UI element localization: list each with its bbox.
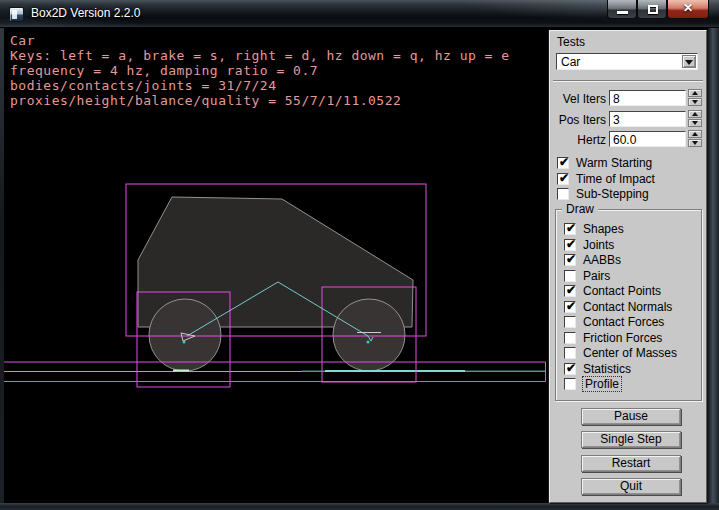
single-step-button[interactable]: Single Step	[581, 431, 681, 448]
pos-iters-spinner-up-button[interactable]	[688, 110, 702, 118]
shapes-checkbox[interactable]: ✔	[564, 223, 576, 235]
friction-forces-checkbox-label[interactable]: Friction Forces	[583, 331, 662, 345]
app-icon	[9, 7, 24, 22]
hertz-label: Hertz	[550, 133, 606, 147]
arrow-down-icon	[692, 141, 698, 145]
vel-iters-spinner-down-button[interactable]	[688, 98, 702, 106]
joint-point-dot	[367, 341, 370, 344]
check-icon: ✔	[566, 252, 576, 266]
pos-iters-spinner-down-button[interactable]	[688, 119, 702, 127]
arrow-up-icon	[692, 112, 698, 116]
arrow-down-icon	[692, 100, 698, 104]
contact-forces-checkbox[interactable]	[564, 316, 576, 328]
tests-dropdown-arrow-button[interactable]	[682, 55, 696, 68]
profile-checkbox[interactable]	[564, 378, 576, 390]
sub-stepping-checkbox-label[interactable]: Sub-Stepping	[576, 187, 649, 201]
window-title: Box2D Version 2.2.0	[31, 0, 140, 28]
tests-dropdown[interactable]: Car	[556, 53, 698, 70]
control-panel: Tests Car Vel Iters8Pos Iters3Hertz60.0 …	[549, 30, 707, 503]
check-icon: ✔	[566, 237, 576, 251]
gl-canvas[interactable]: CarKeys: left = a, brake = s, right = d,…	[4, 28, 546, 503]
aabbs-checkbox[interactable]: ✔	[564, 254, 576, 266]
contact-points-checkbox[interactable]: ✔	[564, 285, 576, 297]
rear-wheel-shape	[333, 299, 405, 371]
maximize-button[interactable]	[637, 0, 667, 19]
hertz-spinner-down-button[interactable]	[688, 139, 702, 147]
stats-line: bodies/contacts/joints = 31/7/24	[10, 78, 510, 93]
check-icon: ✔	[559, 155, 569, 169]
contact-forces-checkbox-label[interactable]: Contact Forces	[583, 315, 664, 329]
window-border-bottom	[0, 503, 719, 510]
time-of-impact-checkbox[interactable]: ✔	[557, 173, 569, 185]
test-name-text: Car	[10, 33, 510, 48]
vel-iters-spinner	[688, 89, 702, 106]
vel-iters-label: Vel Iters	[550, 92, 606, 106]
check-icon: ✔	[559, 171, 569, 185]
pairs-checkbox-label[interactable]: Pairs	[583, 269, 610, 283]
stats-line: proxies/height/balance/quality = 55/7/1/…	[10, 93, 510, 108]
vel-iters-field[interactable]: 8	[609, 90, 686, 106]
close-button[interactable]: ✕	[667, 0, 709, 19]
joint-point-dot	[183, 341, 186, 344]
debug-stats-text: CarKeys: left = a, brake = s, right = d,…	[10, 33, 510, 108]
joints-checkbox[interactable]: ✔	[564, 239, 576, 251]
maximize-icon	[648, 5, 658, 14]
shapes-checkbox-label[interactable]: Shapes	[583, 222, 624, 236]
warm-starting-checkbox[interactable]: ✔	[557, 157, 569, 169]
profile-checkbox-label[interactable]: Profile	[583, 377, 621, 391]
arrow-up-icon	[692, 91, 698, 95]
check-icon: ✔	[566, 299, 576, 313]
hertz-field[interactable]: 60.0	[609, 131, 686, 147]
minimize-icon	[617, 11, 628, 14]
draw-group-label: Draw	[562, 202, 598, 216]
hertz-spinner-up-button[interactable]	[688, 130, 702, 138]
statistics-checkbox-label[interactable]: Statistics	[583, 362, 631, 376]
panel-separator	[553, 80, 703, 82]
front-wheel-shape	[149, 299, 221, 371]
stats-line: Keys: left = a, brake = s, right = d, hz…	[10, 48, 510, 63]
contact-normals-checkbox-label[interactable]: Contact Normals	[583, 300, 672, 314]
contact-points-checkbox-label[interactable]: Contact Points	[583, 284, 661, 298]
aabbs-checkbox-label[interactable]: AABBs	[583, 253, 621, 267]
friction-forces-checkbox[interactable]	[564, 332, 576, 344]
pairs-checkbox[interactable]	[564, 270, 576, 282]
window-border-right	[708, 28, 719, 510]
close-icon: ✕	[668, 1, 708, 15]
hertz-spinner	[688, 130, 702, 147]
pause-button[interactable]: Pause	[581, 408, 681, 425]
chevron-down-icon	[685, 60, 693, 65]
tests-label: Tests	[557, 35, 585, 49]
center-of-masses-checkbox-label[interactable]: Center of Masses	[583, 346, 677, 360]
arrow-up-icon	[692, 132, 698, 136]
joints-checkbox-label[interactable]: Joints	[583, 238, 614, 252]
app-window: Box2D Version 2.2.0 ✕ CarKeys: left = a,…	[0, 0, 719, 510]
restart-button[interactable]: Restart	[581, 455, 681, 472]
contact-normals-checkbox[interactable]: ✔	[564, 301, 576, 313]
warm-starting-checkbox-label[interactable]: Warm Starting	[576, 156, 652, 170]
sub-stepping-checkbox[interactable]	[557, 188, 569, 200]
vel-iters-spinner-up-button[interactable]	[688, 89, 702, 97]
stats-line: frequency = 4 hz, damping ratio = 0.7	[10, 63, 510, 78]
pos-iters-label: Pos Iters	[550, 113, 606, 127]
arrow-down-icon	[692, 121, 698, 125]
minimize-button[interactable]	[607, 0, 637, 19]
check-icon: ✔	[566, 221, 576, 235]
pos-iters-spinner	[688, 110, 702, 127]
quit-button[interactable]: Quit	[581, 478, 681, 495]
time-of-impact-checkbox-label[interactable]: Time of Impact	[576, 172, 655, 186]
pos-iters-field[interactable]: 3	[609, 111, 686, 127]
center-of-masses-checkbox[interactable]	[564, 347, 576, 359]
statistics-checkbox[interactable]: ✔	[564, 363, 576, 375]
tests-dropdown-value: Car	[561, 55, 580, 69]
check-icon: ✔	[566, 283, 576, 297]
check-icon: ✔	[566, 361, 576, 375]
